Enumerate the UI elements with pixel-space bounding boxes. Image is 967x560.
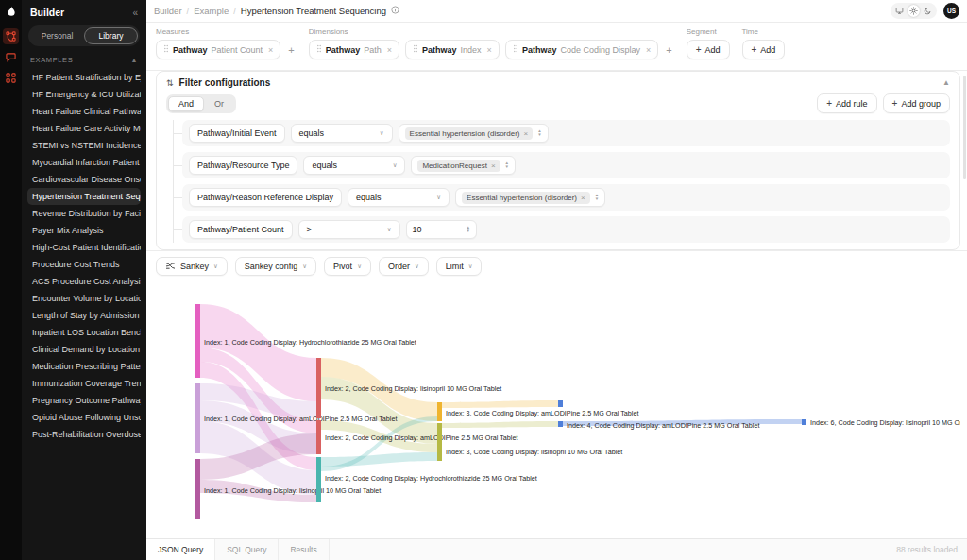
user-avatar[interactable]: US	[943, 3, 959, 19]
theme-sun-icon[interactable]	[908, 5, 920, 17]
sankey-node[interactable]	[316, 358, 321, 418]
rule-field-button[interactable]: Pathway/Reason Reference Display	[189, 188, 342, 207]
collapse-sidebar-icon[interactable]: «	[132, 8, 138, 18]
remove-member-icon[interactable]: ×	[268, 45, 273, 55]
remove-value-icon[interactable]: ×	[524, 129, 529, 138]
rule-value-box[interactable]: MedicationRequest×▲▼	[411, 156, 516, 175]
logic-or-option[interactable]: Or	[204, 96, 234, 111]
sankey-node[interactable]	[437, 402, 442, 421]
sidebar-item[interactable]: Encounter Volume by Location...	[27, 290, 141, 307]
stepper-icon[interactable]: ▲▼	[467, 226, 470, 233]
sidebar-tab-personal[interactable]: Personal	[30, 27, 84, 44]
drag-handle-icon[interactable]	[513, 44, 518, 55]
control-sankey-config[interactable]: Sankey config∨	[235, 257, 316, 276]
drag-handle-icon[interactable]	[413, 44, 418, 55]
sidebar-item[interactable]: Opioid Abuse Following Unscr...	[27, 409, 141, 426]
theme-moon-icon[interactable]	[922, 5, 934, 17]
info-icon[interactable]	[391, 6, 399, 16]
remove-value-icon[interactable]: ×	[491, 161, 496, 170]
sankey-node[interactable]	[195, 304, 200, 378]
sidebar-item[interactable]: Revenue Distribution by Facility	[27, 205, 141, 222]
breadcrumb-example[interactable]: Example	[194, 6, 229, 16]
chevron-up-icon[interactable]: ▲	[130, 57, 138, 63]
stepper-icon[interactable]: ▲▼	[595, 194, 599, 201]
sidebar-item[interactable]: Payer Mix Analysis	[27, 222, 141, 239]
control-sankey[interactable]: Sankey∨	[156, 257, 228, 276]
add-member-icon[interactable]: +	[286, 44, 296, 56]
sidebar-item[interactable]: Procedure Cost Trends	[27, 256, 141, 273]
add-group-button[interactable]: +Add group	[883, 93, 950, 113]
value-number-input[interactable]: 10	[413, 225, 462, 234]
rule-operator-select[interactable]: equals∨	[348, 188, 450, 207]
stepper-icon[interactable]: ▲▼	[537, 129, 541, 137]
rail-workflow-icon[interactable]	[3, 28, 19, 44]
rule-operator-select[interactable]: equals∨	[303, 156, 405, 175]
rule-field-button[interactable]: Pathway/Resource Type	[189, 156, 297, 175]
sidebar-item[interactable]: Medication Prescribing Patterns	[27, 358, 141, 375]
add-segment-button[interactable]: +Add	[687, 40, 730, 59]
sidebar-tab-library[interactable]: Library	[84, 27, 138, 44]
sidebar-item[interactable]: Length of Stay by Admission R...	[27, 307, 141, 324]
sidebar-item[interactable]: Immunization Coverage Trends	[27, 375, 141, 392]
sidebar-item[interactable]: Cardiovascular Disease Onset ...	[27, 171, 141, 188]
logic-and-option[interactable]: And	[168, 96, 204, 111]
sidebar-item[interactable]: STEMI vs NSTEMI Incidence Tr...	[27, 137, 141, 154]
add-time-button[interactable]: +Add	[742, 40, 786, 59]
member-pill[interactable]: Pathway Path×	[309, 40, 399, 59]
remove-member-icon[interactable]: ×	[646, 45, 651, 55]
rule-value-box[interactable]: 10▲▼	[406, 220, 477, 239]
collapse-panel-icon[interactable]: ▲	[942, 78, 950, 87]
remove-value-icon[interactable]: ×	[581, 194, 585, 202]
theme-monitor-icon[interactable]	[893, 5, 906, 17]
sidebar-item[interactable]: Inpatient LOS Location Bench...	[27, 324, 141, 341]
sankey-link[interactable]	[321, 452, 437, 467]
rule-field-button[interactable]: Pathway/Initial Event	[189, 124, 285, 143]
member-pill[interactable]: Pathway Code Coding Display×	[505, 40, 658, 59]
tab-sql-query[interactable]: SQL Query	[215, 539, 279, 560]
rule-field-button[interactable]: Pathway/Patient Count	[189, 220, 293, 239]
rail-grid-icon[interactable]	[3, 70, 19, 86]
remove-member-icon[interactable]: ×	[487, 45, 492, 55]
sankey-node[interactable]	[195, 383, 200, 453]
scrollbar[interactable]	[963, 76, 966, 179]
remove-member-icon[interactable]: ×	[387, 45, 392, 55]
control-order[interactable]: Order∨	[379, 257, 429, 276]
stepper-icon[interactable]: ▲▼	[505, 161, 509, 169]
add-rule-button[interactable]: +Add rule	[817, 93, 876, 113]
sidebar-item[interactable]: Heart Failure Care Activity Mon...	[27, 120, 141, 137]
sankey-link[interactable]	[442, 421, 558, 428]
sidebar-item[interactable]: Post-Rehabilitation Overdose ...	[27, 426, 141, 443]
sidebar-item[interactable]: Myocardial Infarction Patient P...	[27, 154, 141, 171]
sidebar-item[interactable]: HF Emergency & ICU Utilizatio...	[27, 86, 141, 103]
sidebar-item[interactable]: Pregnancy Outcome Pathways	[27, 392, 141, 409]
rule-operator-select[interactable]: equals∨	[291, 124, 393, 143]
sankey-link[interactable]	[442, 400, 558, 408]
sidebar-item[interactable]: Clinical Demand by Location	[27, 341, 141, 358]
add-member-icon[interactable]: +	[664, 44, 673, 56]
sankey-node[interactable]	[802, 419, 806, 425]
sankey-node[interactable]	[316, 420, 321, 454]
breadcrumb-builder[interactable]: Builder	[154, 6, 182, 16]
rule-value-box[interactable]: Essential hypertension (disorder)×▲▼	[399, 124, 549, 143]
rule-value-box[interactable]: Essential hypertension (disorder)×▲▼	[455, 188, 605, 207]
sankey-node[interactable]	[316, 457, 321, 502]
control-limit[interactable]: Limit∨	[436, 257, 483, 276]
drag-handle-icon[interactable]	[163, 44, 169, 55]
sidebar-item[interactable]: Heart Failure Clinical Pathway ...	[27, 103, 141, 120]
sidebar-item[interactable]: High-Cost Patient Identification	[27, 239, 141, 256]
sankey-node[interactable]	[195, 459, 200, 519]
sankey-node[interactable]	[558, 400, 563, 407]
member-pill[interactable]: Pathway Index×	[405, 40, 500, 59]
sidebar-item[interactable]: ACS Procedure Cost Analysis	[27, 273, 141, 290]
tab-results[interactable]: Results	[279, 539, 329, 560]
drag-handle-icon[interactable]	[316, 44, 322, 55]
sankey-node[interactable]	[558, 421, 563, 427]
sidebar-item[interactable]: Hypertension Treatment Sequ...	[27, 188, 141, 205]
tab-json-query[interactable]: JSON Query	[146, 539, 215, 560]
rail-chat-icon[interactable]	[3, 49, 19, 65]
rule-operator-select[interactable]: >∨	[298, 220, 400, 239]
sankey-node[interactable]	[437, 423, 442, 461]
app-logo-icon[interactable]	[4, 4, 18, 18]
member-pill[interactable]: Pathway Patient Count×	[156, 40, 280, 59]
control-pivot[interactable]: Pivot∨	[324, 257, 371, 276]
